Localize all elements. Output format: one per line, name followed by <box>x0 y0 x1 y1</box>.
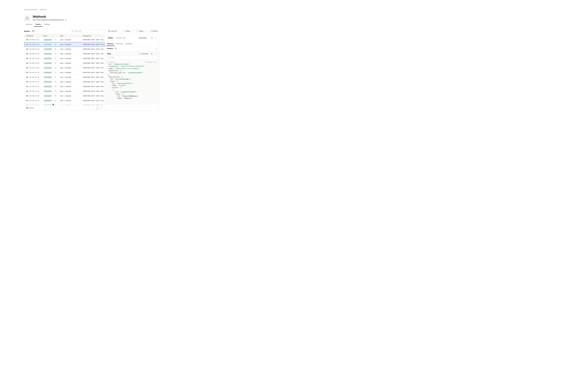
table-row[interactable]: NOV 18 10:17:22 Successful user.created … <box>24 70 104 75</box>
retry-icon <box>54 44 56 45</box>
retry-row-button[interactable] <box>54 39 56 41</box>
table-row[interactable]: NOV 18 10:17:22 Successful user.created … <box>24 47 104 52</box>
status-badge: Successful <box>43 95 52 97</box>
filter-by-id-search[interactable] <box>70 29 105 33</box>
webhook-destination-avatar <box>24 15 30 21</box>
status-badge: Successful <box>43 76 52 78</box>
status-filter-button[interactable]: Status <box>122 29 134 33</box>
retry-row-button[interactable] <box>54 104 56 105</box>
subtab-request[interactable]: Request <box>106 41 115 46</box>
table-row[interactable]: NOV 18 10:17:22 Successful user.created … <box>24 94 104 98</box>
table-row[interactable]: NOV 18 10:17:22 Successful user.created … <box>24 42 104 47</box>
chevron-down-icon <box>144 30 146 32</box>
retry-event-button[interactable] <box>151 37 153 39</box>
retry-row-button[interactable] <box>54 67 56 69</box>
table-row[interactable]: NOV 18 10:17:22 Successful user.created … <box>24 66 104 70</box>
attempts-count-badge: 3 <box>123 37 126 39</box>
retry-row-button[interactable] <box>54 95 56 97</box>
retry-row-button[interactable] <box>54 86 56 88</box>
table-body: NOV 18 10:17:22 Successful user.created … <box>24 38 104 103</box>
column-message-id: Message ID <box>83 35 104 37</box>
divider <box>149 36 149 40</box>
table-row[interactable]: NOV 18 10:17:22 Successful user.created … <box>24 75 104 80</box>
table-row[interactable]: NOV 18 10:17:22 Successful user.created … <box>24 84 104 89</box>
filter-lines-icon <box>137 30 138 32</box>
events-card: Timestamp Status Topic Message ID NOV 18… <box>24 34 159 110</box>
headers-section-toggle[interactable]: Headers 3 <box>105 46 159 51</box>
body-filter-box[interactable] <box>107 56 157 59</box>
breadcrumb-parent-link[interactable]: Event Destinations <box>24 9 38 10</box>
tab-settings[interactable]: Settings <box>42 23 52 26</box>
json-line: "created_at": "2024-10-10T09:15:50+00:00… <box>107 65 157 68</box>
close-icon <box>155 37 157 39</box>
body-section: Body Structured {1 item↑ <box>105 51 159 104</box>
page-tabs: Overview Events Settings <box>24 23 159 27</box>
table-footer: 472 events <box>24 105 104 110</box>
chevron-right-icon <box>100 107 102 109</box>
retry-row-button[interactable] <box>54 53 56 55</box>
json-line: "type": "subscription.plan_changed", <box>107 68 157 70</box>
retry-row-button[interactable] <box>54 44 56 46</box>
subtab-response[interactable]: Response <box>115 41 124 46</box>
table-row[interactable]: NOV 18 10:17:22 Successful user.created … <box>24 61 104 66</box>
copy-body-button[interactable] <box>151 53 153 55</box>
json-line: "id": "P2NoRtyZoTc46X3B", <box>107 63 157 65</box>
table-row[interactable]: NOV 18 10:17:22 Successful user.created … <box>24 56 104 61</box>
retry-icon <box>54 100 56 102</box>
retry-icon <box>54 39 56 40</box>
retry-row-button[interactable] <box>54 76 56 78</box>
tab-events[interactable]: Events <box>34 23 42 26</box>
next-page-button[interactable] <box>100 106 103 110</box>
body-label: Body <box>107 53 111 55</box>
previous-page-button[interactable] <box>96 106 99 110</box>
table-row[interactable]: NOV 18 10:17:22 Successful user.created … <box>24 103 104 105</box>
collapse-all-button[interactable]: Collapse all↑ <box>145 61 157 63</box>
structured-view-toggle[interactable]: Structured <box>138 53 148 55</box>
destination-url: http://mock.hookdeck.com/webhooks/events <box>33 19 64 21</box>
events-table: Timestamp Status Topic Message ID NOV 18… <box>24 34 104 110</box>
status-badge: Successful <box>43 62 52 64</box>
retry-row-button[interactable] <box>54 100 56 102</box>
json-root-collapse-toggle[interactable]: {1 item↑ <box>107 61 114 63</box>
retry-row-button[interactable] <box>54 81 56 83</box>
status-badge: Successful <box>43 57 52 60</box>
breadcrumb-current: Webhook <box>40 9 46 10</box>
arrow-up-icon: ↑ <box>156 61 157 63</box>
table-row[interactable]: NOV 18 10:17:22 Successful user.created … <box>24 98 104 103</box>
collapse-body-button[interactable] <box>155 53 157 55</box>
body-filter-input[interactable] <box>111 56 156 58</box>
refresh-button[interactable]: Refresh <box>148 29 159 33</box>
webhook-icon <box>26 16 29 20</box>
events-section-title: Events <box>24 30 30 32</box>
headers-count-badge: 3 <box>114 48 117 50</box>
retry-icon <box>54 72 56 73</box>
retry-row-button[interactable] <box>54 90 56 92</box>
subtab-metadata[interactable]: Metadata <box>124 41 134 46</box>
topics-filter-button[interactable]: Topics <box>135 29 148 33</box>
detail-tab-attempts[interactable]: Attempts 3 <box>116 37 126 39</box>
table-row[interactable]: NOV 18 10:17:22 Successful user.created … <box>24 52 104 56</box>
table-row[interactable]: NOV 18 10:17:22 Successful user.created … <box>24 80 104 84</box>
json-line: "prices": [ <box>107 86 157 89</box>
retry-row-button[interactable] <box>54 62 56 64</box>
detail-tab-event[interactable]: Event <box>107 36 114 39</box>
filter-by-id-input[interactable] <box>74 30 104 32</box>
retry-row-button[interactable] <box>54 48 56 50</box>
json-line: "plan": { <box>107 80 157 82</box>
retry-icon <box>54 62 56 64</box>
retry-row-button[interactable] <box>54 72 56 74</box>
tab-overview[interactable]: Overview <box>24 23 34 26</box>
calendar-icon <box>108 30 110 32</box>
table-row[interactable]: NOV 18 10:17:22 Successful user.created … <box>24 89 104 94</box>
table-row[interactable]: NOV 18 10:17:22 Successful user.created … <box>24 38 104 42</box>
json-line: "id": "gSjvn6eQTBewNWcr", <box>107 78 157 80</box>
copy-url-button[interactable] <box>65 19 67 21</box>
retry-icon <box>54 67 56 69</box>
detail-subtabs: Request Response Metadata <box>105 41 159 46</box>
close-panel-button[interactable] <box>155 37 157 39</box>
time-range-button[interactable]: Last 24h <box>107 29 120 33</box>
retry-icon <box>54 86 56 88</box>
json-line: { <box>107 89 157 91</box>
json-line: "subscription": { <box>107 76 157 78</box>
retry-row-button[interactable] <box>54 58 56 60</box>
